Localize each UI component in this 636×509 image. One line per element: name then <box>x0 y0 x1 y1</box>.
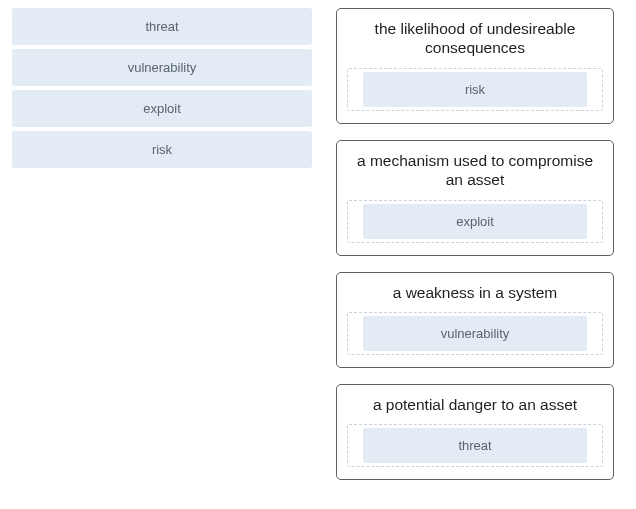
term-item[interactable]: vulnerability <box>12 49 312 86</box>
dropped-term[interactable]: risk <box>363 72 587 107</box>
drop-zone[interactable]: threat <box>347 424 603 467</box>
term-item[interactable]: exploit <box>12 90 312 127</box>
term-item[interactable]: threat <box>12 8 312 45</box>
term-item[interactable]: risk <box>12 131 312 168</box>
drop-zone[interactable]: vulnerability <box>347 312 603 355</box>
drop-zone[interactable]: exploit <box>347 200 603 243</box>
terms-column: threat vulnerability exploit risk <box>12 8 312 480</box>
dropped-term[interactable]: vulnerability <box>363 316 587 351</box>
dropped-term[interactable]: exploit <box>363 204 587 239</box>
definition-card: a weakness in a system vulnerability <box>336 272 614 368</box>
definition-text: a potential danger to an asset <box>347 395 603 414</box>
definition-text: the likelihood of undesireable consequen… <box>347 19 603 58</box>
dropped-term[interactable]: threat <box>363 428 587 463</box>
definition-card: the likelihood of undesireable consequen… <box>336 8 614 124</box>
drop-zone[interactable]: risk <box>347 68 603 111</box>
definition-card: a potential danger to an asset threat <box>336 384 614 480</box>
definition-card: a mechanism used to compromise an asset … <box>336 140 614 256</box>
definition-text: a mechanism used to compromise an asset <box>347 151 603 190</box>
definitions-column: the likelihood of undesireable consequen… <box>336 8 614 480</box>
definition-text: a weakness in a system <box>347 283 603 302</box>
matching-exercise: threat vulnerability exploit risk the li… <box>0 0 636 488</box>
